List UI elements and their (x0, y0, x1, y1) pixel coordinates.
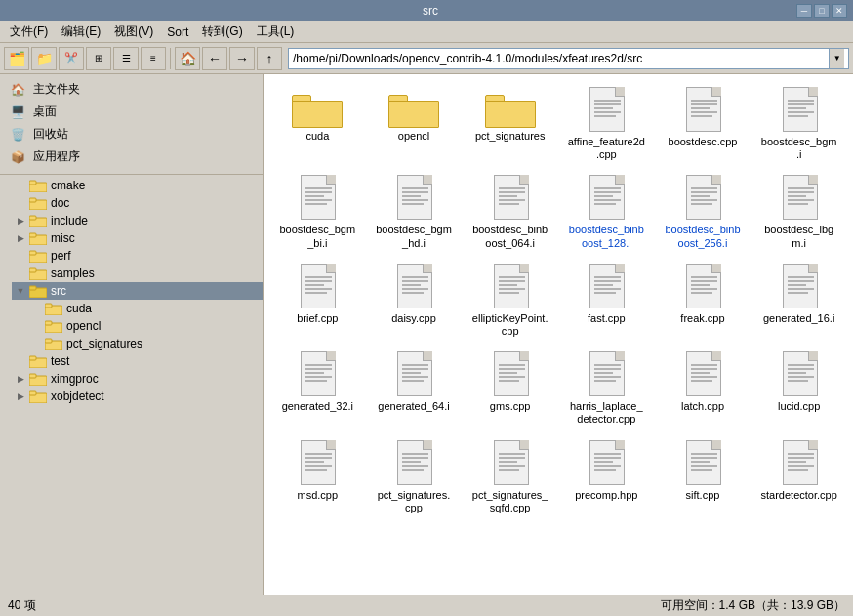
toolbar-separator-1 (170, 48, 171, 69)
tree-item-include[interactable]: ▶ include (12, 212, 263, 229)
minimize-button[interactable]: ─ (796, 4, 812, 18)
toolbar-detail-view[interactable]: ≡ (141, 47, 166, 70)
tree-item-samples[interactable]: samples (12, 265, 263, 282)
tree-item-cmake[interactable]: cmake (12, 177, 263, 194)
tree-item-src[interactable]: ▼ src (12, 282, 263, 300)
menu-item-g[interactable]: 转到(G) (196, 21, 248, 42)
folder-icon-samples (29, 267, 47, 280)
file-item[interactable]: boostdesc_lbgm.i (752, 170, 845, 254)
toolbar-icon-2[interactable]: 📁 (31, 47, 57, 70)
file-item[interactable]: sift.cpp (657, 435, 750, 519)
file-item[interactable]: stardetector.cpp (752, 435, 845, 519)
menu-item-e[interactable]: 编辑(E) (56, 21, 106, 42)
file-item[interactable]: affine_feature2d.cpp (560, 82, 653, 166)
file-item[interactable]: gms.cpp (464, 347, 556, 431)
close-button[interactable]: ✕ (832, 4, 847, 18)
tree-item-test[interactable]: test (12, 352, 263, 370)
toolbar-list-view[interactable]: ☰ (113, 47, 139, 70)
file-item[interactable]: boostdesc_bgm_bi.i (271, 170, 364, 254)
file-item[interactable]: daisy.cpp (368, 259, 461, 343)
file-item[interactable]: generated_16.i (752, 259, 845, 343)
toggle-src: ▼ (16, 286, 25, 296)
tree-item-opencl[interactable]: opencl (12, 317, 263, 335)
file-item[interactable]: pct_signatures (464, 82, 556, 166)
menu-item-sort[interactable]: Sort (161, 23, 194, 41)
home-button[interactable]: 🏠 (175, 47, 200, 70)
sidebar-item-trash[interactable]: 🗑️ 回收站 (0, 123, 263, 145)
toolbar-icon-3[interactable]: ✂️ (59, 47, 84, 70)
tree-item-xobjdetect[interactable]: ▶ xobjdetect (12, 388, 263, 405)
folder-icon-xobjdetect (29, 390, 47, 403)
folder-icon-cuda (45, 302, 62, 315)
document-icon (299, 351, 336, 396)
sidebar-item-desktop[interactable]: 🖥️ 桌面 (0, 101, 263, 123)
file-item[interactable]: opencl (368, 82, 461, 166)
document-icon (492, 440, 529, 485)
folder-icon-doc (29, 196, 47, 210)
file-item[interactable]: generated_32.i (271, 347, 364, 431)
file-item[interactable]: harris_laplace_detector.cpp (560, 347, 653, 431)
folder-icon (388, 87, 439, 128)
file-item[interactable]: boostdesc_bgm_hd.i (368, 170, 461, 254)
file-item[interactable]: pct_signatures.cpp (368, 435, 461, 519)
maximize-button[interactable]: □ (814, 4, 830, 18)
file-item[interactable]: boostdesc_binboost_064.i (464, 170, 556, 254)
tree-item-ximgproc[interactable]: ▶ ximgproc (12, 370, 263, 388)
file-item[interactable]: lucid.cpp (752, 347, 845, 431)
file-item[interactable]: boostdesc_binboost_256.i (657, 170, 750, 254)
file-label: boostdesc.cpp (669, 136, 738, 148)
file-item[interactable]: fast.cpp (560, 259, 653, 343)
tree-item-misc[interactable]: ▶ misc (12, 229, 263, 247)
file-label: boostdesc_bgm_bi.i (278, 224, 356, 249)
file-label: stardetector.cpp (761, 489, 837, 502)
file-item[interactable]: cuda (271, 82, 364, 166)
up-button[interactable]: ↑ (257, 47, 282, 70)
tree-item-perf[interactable]: perf (12, 247, 263, 265)
file-item[interactable]: precomp.hpp (560, 435, 653, 519)
file-item[interactable]: pct_signatures_sqfd.cpp (464, 435, 556, 519)
tree-item-cuda[interactable]: cuda (12, 300, 263, 317)
folder-icon-misc (29, 231, 47, 245)
file-item[interactable]: boostdesc_bgm.i (752, 82, 845, 166)
svg-rect-21 (29, 356, 36, 360)
home-icon: 🏠 (8, 82, 27, 98)
file-label: opencl (398, 130, 429, 143)
file-item[interactable]: generated_64.i (368, 347, 461, 431)
tree-item-misc-label: misc (51, 231, 75, 245)
file-item[interactable]: boostdesc_binboost_128.i (560, 170, 653, 254)
menu-item-l[interactable]: 工具(L) (251, 21, 301, 42)
file-item[interactable]: freak.cpp (657, 259, 750, 343)
main-area: 🏠 主文件夹 🖥️ 桌面 🗑️ 回收站 📦 应用程序 cmak (0, 74, 853, 595)
svg-rect-17 (45, 321, 52, 325)
address-bar[interactable]: ▼ (288, 48, 849, 69)
tree-item-ximgproc-label: ximgproc (51, 372, 99, 386)
folder-icon-perf (29, 249, 47, 263)
menu-item-v[interactable]: 视图(V) (108, 21, 159, 42)
toggle-samples (16, 268, 25, 278)
svg-rect-23 (29, 374, 36, 378)
svg-rect-9 (29, 251, 36, 255)
address-dropdown-button[interactable]: ▼ (829, 49, 844, 68)
tree-item-pct-signatures[interactable]: pct_signatures (12, 335, 263, 352)
tree-item-doc[interactable]: doc (12, 194, 263, 212)
address-input[interactable] (293, 52, 829, 65)
toolbar-grid-view[interactable]: ⊞ (86, 47, 111, 70)
document-icon (492, 264, 529, 308)
document-icon (781, 440, 818, 485)
sidebar-item-apps[interactable]: 📦 应用程序 (0, 145, 263, 168)
file-item[interactable]: brief.cpp (271, 259, 364, 343)
menu-bar: 文件(F)编辑(E)视图(V)Sort转到(G)工具(L) (0, 21, 853, 43)
file-item[interactable]: msd.cpp (271, 435, 364, 519)
menu-item-f[interactable]: 文件(F) (4, 21, 54, 42)
forward-button[interactable]: → (229, 47, 255, 70)
sidebar-item-home[interactable]: 🏠 主文件夹 (0, 78, 263, 101)
file-item[interactable]: latch.cpp (657, 347, 750, 431)
file-label: generated_32.i (282, 400, 353, 413)
toolbar-icon-1[interactable]: 🗂️ (4, 47, 29, 70)
document-icon (781, 264, 818, 308)
sidebar: 🏠 主文件夹 🖥️ 桌面 🗑️ 回收站 📦 应用程序 cmak (0, 74, 264, 595)
folder-icon-cmake (29, 179, 47, 192)
file-item[interactable]: ellipticKeyPoint.cpp (464, 259, 556, 343)
back-button[interactable]: ← (202, 47, 227, 70)
file-item[interactable]: boostdesc.cpp (657, 82, 750, 166)
